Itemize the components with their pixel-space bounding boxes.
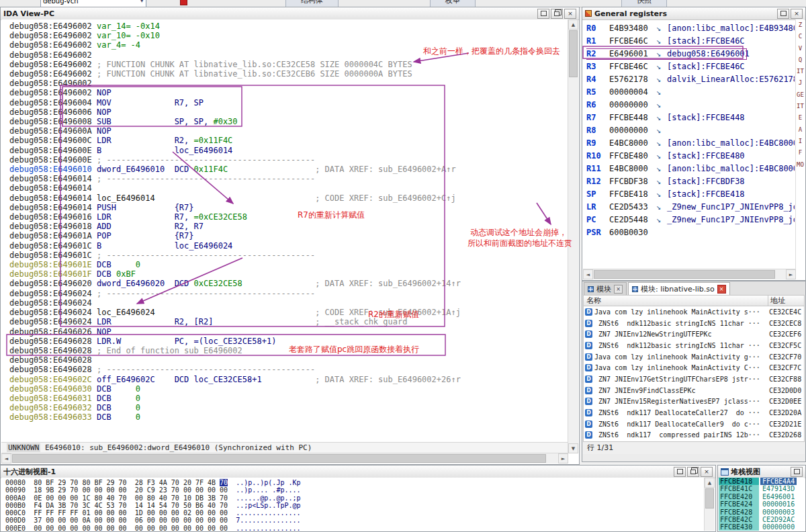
modules-header[interactable]: 名称 地址 [583, 295, 805, 306]
jump-arrow-icon[interactable]: ↘ [656, 73, 667, 86]
stop-debugger-icon[interactable] [180, 0, 187, 5]
disasm-line[interactable]: debug058:E6496006 NOP [9, 107, 568, 117]
register-target[interactable]: [stack]:FFCBE448 [667, 113, 745, 122]
close-icon[interactable]: × [564, 9, 576, 19]
restore-icon[interactable] [687, 467, 699, 477]
close-icon[interactable]: × [791, 9, 803, 19]
register-target[interactable]: [anon:libc_malloc]:E4BC8000 [667, 138, 795, 148]
module-row[interactable]: D_ZN7_JNIEnv15RegisterNativesEP7_jclass·… [584, 396, 804, 408]
register-row[interactable]: SPFFCBE418↘[stack]:FFCBE418 [586, 188, 795, 201]
disasm-line[interactable]: debug058:E6496030 DCB 0 [9, 384, 568, 394]
register-row[interactable]: R2E6496001↘debug058:E6496001 [586, 48, 795, 60]
disasm-line[interactable]: debug058:E6496014 [9, 183, 568, 193]
hex-rows[interactable]: 00080 80 BF 29 70 80 BF 29 70 28 F3 4A 7… [1, 478, 705, 531]
jump-arrow-icon[interactable]: ↘ [656, 112, 667, 124]
restore-icon[interactable] [551, 9, 563, 19]
module-row[interactable]: D_ZNSt6__ndk112basic_stringIcNS_11char_·… [584, 340, 804, 351]
scroll-right-icon[interactable]: ► [786, 269, 796, 279]
register-row[interactable]: R1FFCBE46C↘[stack]:FFCBE46C [586, 35, 795, 48]
jump-arrow-icon[interactable]: ↘ [656, 150, 667, 163]
disasm-vertical-scrollbar[interactable]: ▲ ▼ [568, 19, 578, 453]
jump-arrow-icon[interactable]: ↘ [656, 201, 667, 214]
stack-row[interactable]: FFCBE418FFCBE4A4 [719, 478, 805, 485]
disasm-line[interactable]: debug058:E6496028 [9, 355, 568, 365]
register-row[interactable]: PSR600B0030 [586, 226, 795, 239]
jump-arrow-icon[interactable]: ↘ [656, 22, 667, 35]
column-address[interactable]: 地址 [768, 296, 804, 306]
module-row[interactable]: D_ZNSt6__ndk112basic_stringIcNS_11char_·… [584, 318, 804, 329]
disasm-line[interactable]: debug058:E649600E B loc_E6496014 [9, 146, 568, 155]
register-target[interactable]: dalvik_LinearAlloc:E5762178 [667, 75, 795, 84]
disasm-line[interactable]: debug058:E6496002 NOP [9, 88, 568, 97]
scroll-down-icon[interactable]: ▼ [568, 443, 578, 453]
disasm-line[interactable]: debug058:E6496024 LDR R2, [R2] ; __stack… [9, 317, 568, 326]
tab-module-libnative[interactable]: 模块: libnative-lib.so × [628, 282, 730, 295]
module-row[interactable]: DJava_com_lzy_inlinehook_MainActivity_s·… [584, 306, 804, 318]
disasm-line[interactable]: debug058:E6496020 dword_E6496020 DCD 0xC… [9, 279, 568, 288]
register-row[interactable]: R10FFCBE480↘[stack]:FFCBE480 [586, 150, 795, 163]
stack-row[interactable]: FFCBE42CCE2D92AC [719, 516, 805, 523]
disasm-line[interactable]: debug058:E6496014 ; --------------------… [9, 174, 568, 183]
hex-row[interactable]: 000A0 0E 00 00 00 1C 80 40 70 00 80 40 7… [5, 494, 705, 502]
module-row[interactable]: D_ZNSt6__ndk117__compressed_pairINS_12b·… [584, 430, 804, 441]
jump-arrow-icon[interactable]: ↘ [656, 188, 667, 201]
module-row[interactable]: DJava_com_lzy_inlinehook_MainActivity_C·… [584, 362, 804, 373]
disasm-line[interactable]: debug058:E6496010 dword_E6496010 DCD 0x1… [9, 165, 568, 174]
scroll-up-icon[interactable]: ▲ [705, 478, 715, 488]
disasm-line[interactable]: debug058:E6496031 DCB 0 [9, 394, 568, 403]
disasm-line[interactable]: debug058:E6496002 ; FUNCTION CHUNK AT li… [9, 69, 568, 79]
ida-view-titlebar[interactable]: IDA View-PC × [1, 7, 579, 20]
disasm-line[interactable]: debug058:E6496014 PUSH {R7} [9, 203, 568, 212]
module-row[interactable]: D_ZN7_JNIEnv9FindClassEPKcCE32D0D0 [584, 385, 804, 396]
disasm-line[interactable]: debug058:E649601E DCB 0 [9, 260, 568, 269]
disasm-line[interactable]: debug058:E6496028 ; --------------------… [9, 365, 568, 374]
stack-row[interactable]: FFCBE41CE479143D [719, 485, 805, 492]
register-target[interactable]: debug058:E6496001 [667, 49, 750, 58]
register-row[interactable]: R7FFCBE448↘[stack]:FFCBE448 [586, 112, 795, 124]
stack-view-titlebar[interactable]: 堆栈视图 [718, 466, 805, 478]
maximize-icon[interactable] [537, 9, 549, 19]
disasm-line[interactable]: debug058:E6496002 var_14= -0x14 [9, 21, 568, 31]
hex-row[interactable]: 000E0 00 00 00 00 00 00 00 00 00 00 00 0… [5, 525, 705, 531]
register-row[interactable]: R500000004↘ [586, 86, 795, 99]
disasm-line[interactable]: debug058:E6496016 LDR R7, =0xCE32CE58 [9, 212, 568, 222]
disasm-line[interactable]: debug058:E6496004 MOV R7, SP [9, 98, 568, 107]
maximize-icon[interactable] [674, 467, 686, 477]
register-row[interactable]: R3FFCBE46C↘[stack]:FFCBE46C [586, 60, 795, 73]
disasm-line[interactable]: debug058:E6496033 DCB 0 [9, 412, 568, 422]
jump-arrow-icon[interactable]: ↘ [656, 99, 667, 112]
disasm-line[interactable]: debug058:E649600A NOP [9, 126, 568, 136]
scroll-up-icon[interactable]: ▲ [568, 19, 578, 30]
register-target[interactable]: [stack]:FFCBDF38 [667, 177, 745, 186]
hex-row[interactable]: 00080 80 BF 29 70 80 BF 29 70 28 F3 4A 7… [5, 479, 705, 486]
stack-row[interactable]: FFCBE42400000016 [719, 500, 805, 508]
hex-vertical-scrollbar[interactable]: ▲ [704, 478, 715, 531]
register-row[interactable]: PCCE2D5448↘_Z9new_Func1P7_JNIEnvPP8_jobj… [586, 214, 795, 226]
register-target[interactable]: _Z9new_Func1P7_JNIEnvPP8_jobject+ [667, 202, 795, 212]
disasm-line[interactable]: debug058:E6496024 [9, 298, 568, 308]
module-row[interactable]: D_ZNSt6__ndk117_DeallocateCaller27__do_·… [584, 407, 804, 418]
stack-row[interactable]: FFCBE43000000000 [719, 523, 805, 531]
registers-titlebar[interactable]: General registers × [582, 7, 805, 20]
registers-horizontal-scrollbar[interactable]: ◄ ► [583, 269, 796, 279]
register-row[interactable]: R11E4BC8000↘[anon:libc_malloc]:E4BC8000 [586, 163, 795, 175]
jump-arrow-icon[interactable]: ↘ [656, 35, 667, 48]
disasm-line[interactable]: debug058:E6496002 [9, 79, 568, 88]
maximize-icon[interactable] [777, 9, 789, 19]
disasm-line[interactable]: debug058:E649601F DCB 0xBF [9, 269, 568, 279]
jump-arrow-icon[interactable]: ↘ [656, 60, 667, 73]
module-row[interactable]: D_ZNSt6__ndk117_DeallocateCaller9__do_c·… [584, 418, 804, 430]
disasm-line[interactable]: debug058:E649600E ; --------------------… [9, 155, 568, 165]
close-icon[interactable]: × [614, 285, 623, 294]
register-row[interactable]: R0E4B93480↘[anon:libc_malloc]:E4B93480 [586, 22, 795, 35]
maximize-icon[interactable] [791, 467, 803, 477]
disasm-line[interactable]: debug058:E6496008 SUB SP, SP, #0x30 [9, 117, 568, 126]
disasm-horizontal-scrollbar[interactable]: ◄ ► [1, 453, 568, 463]
jump-arrow-icon[interactable]: ↘ [656, 137, 667, 150]
jump-arrow-icon[interactable]: ↘ [656, 214, 667, 226]
jump-arrow-icon[interactable]: ↘ [656, 175, 667, 188]
jump-arrow-icon[interactable]: ↘ [656, 48, 667, 60]
register-target[interactable]: [stack]:FFCBE418 [667, 189, 745, 199]
disasm-line[interactable]: debug058:E649601C ; --------------------… [9, 251, 568, 260]
disasm-line[interactable]: debug058:E6496002 var_10= -0x10 [9, 31, 568, 40]
